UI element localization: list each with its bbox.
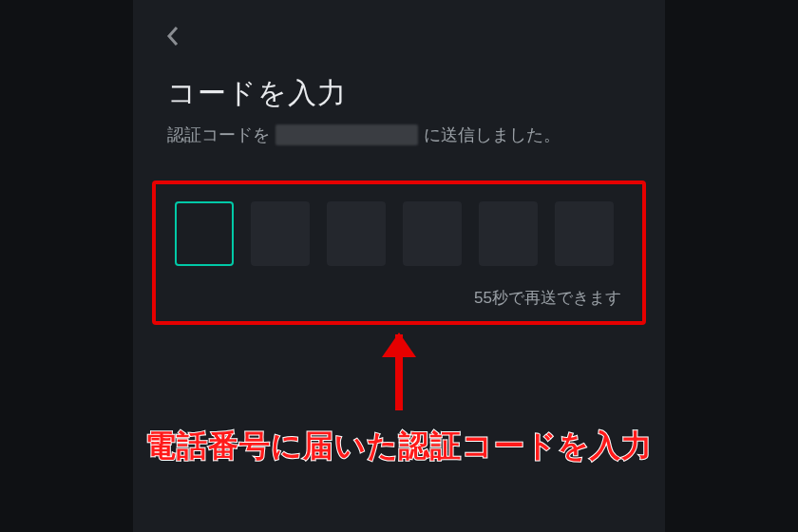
code-digit-2[interactable]: [251, 201, 310, 266]
subtitle-prefix: 認証コードを: [167, 124, 270, 146]
code-digit-5[interactable]: [479, 201, 538, 266]
back-button[interactable]: [160, 23, 186, 49]
phone-number-redacted: [276, 124, 418, 145]
code-digit-4[interactable]: [403, 201, 462, 266]
code-digit-3[interactable]: [327, 201, 386, 266]
chevron-left-icon: [165, 26, 180, 47]
code-digit-6[interactable]: [555, 201, 614, 266]
code-digit-1[interactable]: [175, 201, 234, 266]
subtitle: 認証コードを に送信しました。: [167, 124, 560, 146]
code-input-row: [175, 201, 614, 266]
page-title: コードを入力: [167, 74, 347, 113]
subtitle-suffix: に送信しました。: [424, 124, 560, 146]
annotation-arrow: [395, 334, 403, 410]
annotation-caption: 電話番号に届いた認証コードを入力: [0, 426, 798, 467]
resend-timer: 55秒で再送できます: [474, 287, 621, 309]
